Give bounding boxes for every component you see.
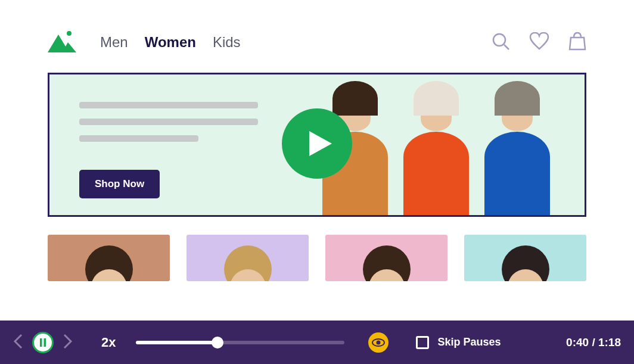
checkbox-icon[interactable] bbox=[416, 336, 429, 349]
svg-point-0 bbox=[67, 31, 72, 36]
total-time: 1:18 bbox=[598, 336, 621, 349]
heart-icon[interactable] bbox=[529, 32, 549, 52]
skeleton-line bbox=[79, 102, 258, 108]
current-time: 0:40 bbox=[566, 336, 589, 349]
progress-fill bbox=[136, 341, 217, 344]
play-button[interactable] bbox=[282, 108, 352, 181]
svg-marker-1 bbox=[48, 35, 76, 52]
svg-point-2 bbox=[493, 34, 505, 46]
time-display: 0:40 / 1:18 bbox=[566, 336, 621, 349]
nav-item-women[interactable]: Women bbox=[145, 34, 196, 51]
hero-banner: Shop Now bbox=[48, 73, 586, 217]
pause-button[interactable] bbox=[32, 332, 54, 353]
nav-item-kids[interactable]: Kids bbox=[213, 34, 241, 51]
playback-speed[interactable]: 2x bbox=[101, 335, 116, 350]
progress-thumb[interactable] bbox=[212, 337, 223, 349]
product-tile[interactable] bbox=[325, 235, 447, 281]
prev-button[interactable] bbox=[13, 334, 23, 351]
product-tile[interactable] bbox=[48, 235, 170, 281]
shop-now-button[interactable]: Shop Now bbox=[79, 170, 160, 198]
nav-item-men[interactable]: Men bbox=[100, 34, 128, 51]
visibility-toggle[interactable] bbox=[368, 332, 389, 353]
skip-pauses-toggle[interactable]: Skip Pauses bbox=[416, 336, 501, 349]
main-nav: Men Women Kids bbox=[100, 34, 491, 51]
site-header: Men Women Kids bbox=[0, 0, 634, 73]
bag-icon[interactable] bbox=[568, 32, 586, 53]
next-button[interactable] bbox=[63, 334, 73, 351]
skeleton-line bbox=[79, 135, 198, 142]
product-tiles bbox=[48, 235, 586, 281]
skeleton-line bbox=[79, 119, 258, 125]
product-tile[interactable] bbox=[464, 235, 586, 281]
hero-model bbox=[397, 81, 475, 215]
hero-text-area: Shop Now bbox=[49, 74, 288, 215]
search-icon[interactable] bbox=[491, 32, 510, 53]
svg-rect-6 bbox=[40, 338, 42, 347]
svg-point-9 bbox=[377, 340, 381, 344]
site-logo[interactable] bbox=[48, 30, 76, 55]
skip-pauses-label: Skip Pauses bbox=[437, 336, 501, 349]
video-player-bar: 2x Skip Pauses 0:40 / 1:18 bbox=[0, 321, 634, 364]
progress-bar[interactable] bbox=[136, 341, 344, 344]
product-tile[interactable] bbox=[187, 235, 309, 281]
hero-model bbox=[478, 81, 556, 215]
header-actions bbox=[491, 32, 586, 53]
svg-rect-7 bbox=[44, 338, 46, 347]
svg-line-3 bbox=[504, 45, 509, 49]
